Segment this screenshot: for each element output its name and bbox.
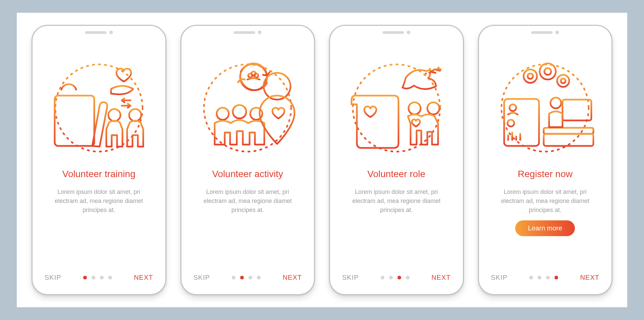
onboarding-mockup-row: Volunteer training Lorem ipsum dolor sit… xyxy=(17,13,627,307)
skip-button[interactable]: SKIP xyxy=(491,274,508,281)
page-dot-1[interactable] xyxy=(83,276,87,279)
register-now-icon xyxy=(487,53,604,160)
page-dot-4[interactable] xyxy=(554,276,558,279)
page-dot-3[interactable] xyxy=(397,276,401,279)
page-dot-3[interactable] xyxy=(100,276,104,279)
phone-notch xyxy=(85,31,113,34)
page-dot-1[interactable] xyxy=(232,276,235,279)
next-button[interactable]: NEXT xyxy=(283,274,302,281)
phone-frame-1: Volunteer training Lorem ipsum dolor sit… xyxy=(32,25,166,295)
svg-point-21 xyxy=(409,102,421,114)
svg-point-27 xyxy=(544,68,551,75)
phone-frame-4: Register now Lorem ipsum dolor sit amet,… xyxy=(478,25,613,295)
svg-point-28 xyxy=(557,75,569,87)
svg-point-25 xyxy=(528,73,533,79)
next-button[interactable]: NEXT xyxy=(431,274,450,281)
page-dot-4[interactable] xyxy=(257,276,261,279)
screen-body: Lorem ipsum dolor sit amet, pri electram… xyxy=(493,188,598,218)
screen-body: Lorem ipsum dolor sit amet, pri electram… xyxy=(196,188,300,218)
phone-frame-3: Volunteer role Lorem ipsum dolor sit ame… xyxy=(329,25,464,295)
svg-point-22 xyxy=(427,102,439,114)
onboarding-footer: SKIP NEXT xyxy=(338,269,455,287)
phone-notch xyxy=(531,31,559,34)
skip-button[interactable]: SKIP xyxy=(342,274,359,281)
svg-rect-53 xyxy=(562,100,591,120)
onboarding-footer: SKIP NEXT xyxy=(487,269,604,287)
learn-more-button[interactable]: Learn more xyxy=(515,220,575,236)
page-dot-1[interactable] xyxy=(529,276,533,279)
onboarding-footer: SKIP NEXT xyxy=(190,269,306,287)
page-dot-2[interactable] xyxy=(389,276,393,279)
svg-point-6 xyxy=(108,109,120,121)
pagination-dots xyxy=(232,276,261,279)
next-button[interactable]: NEXT xyxy=(580,274,599,281)
phone-notch xyxy=(382,31,410,34)
page-dot-2[interactable] xyxy=(240,276,244,279)
svg-point-12 xyxy=(252,71,256,75)
screen-title: Volunteer activity xyxy=(190,169,306,179)
page-dot-2[interactable] xyxy=(538,276,541,279)
svg-point-14 xyxy=(233,105,246,118)
volunteer-training-icon xyxy=(41,53,157,160)
screen-title: Register now xyxy=(487,169,604,179)
pagination-dots xyxy=(381,276,410,279)
svg-point-7 xyxy=(129,109,141,121)
screen-body: Lorem ipsum dolor sit amet, pri electram… xyxy=(344,188,449,218)
svg-rect-1 xyxy=(55,96,94,146)
svg-point-23 xyxy=(501,64,589,152)
pagination-dots xyxy=(529,276,558,279)
page-dot-2[interactable] xyxy=(92,276,95,279)
phone-frame-2: Volunteer activity Lorem ipsum dolor sit… xyxy=(180,25,315,295)
volunteer-role-icon xyxy=(338,53,455,160)
svg-point-46 xyxy=(507,120,514,126)
page-dot-3[interactable] xyxy=(249,276,252,279)
pagination-dots xyxy=(83,276,112,279)
svg-point-26 xyxy=(540,63,556,79)
volunteer-activity-icon xyxy=(190,53,306,160)
next-button[interactable]: NEXT xyxy=(134,274,153,281)
screen-title: Volunteer training xyxy=(41,169,157,179)
svg-rect-51 xyxy=(544,128,593,134)
skip-button[interactable]: SKIP xyxy=(45,274,61,281)
svg-point-56 xyxy=(550,98,561,108)
page-dot-4[interactable] xyxy=(108,276,112,279)
phone-notch xyxy=(234,31,262,34)
svg-point-43 xyxy=(509,104,516,111)
onboarding-footer: SKIP NEXT xyxy=(41,269,157,287)
page-dot-4[interactable] xyxy=(406,276,410,279)
skip-button[interactable]: SKIP xyxy=(194,274,210,281)
page-dot-3[interactable] xyxy=(546,276,550,279)
screen-title: Volunteer role xyxy=(338,169,455,179)
screen-body: Lorem ipsum dolor sit amet, pri electram… xyxy=(47,188,151,218)
svg-point-13 xyxy=(217,108,229,120)
page-dot-1[interactable] xyxy=(381,276,384,279)
svg-point-29 xyxy=(561,78,566,83)
svg-point-20 xyxy=(425,72,427,74)
